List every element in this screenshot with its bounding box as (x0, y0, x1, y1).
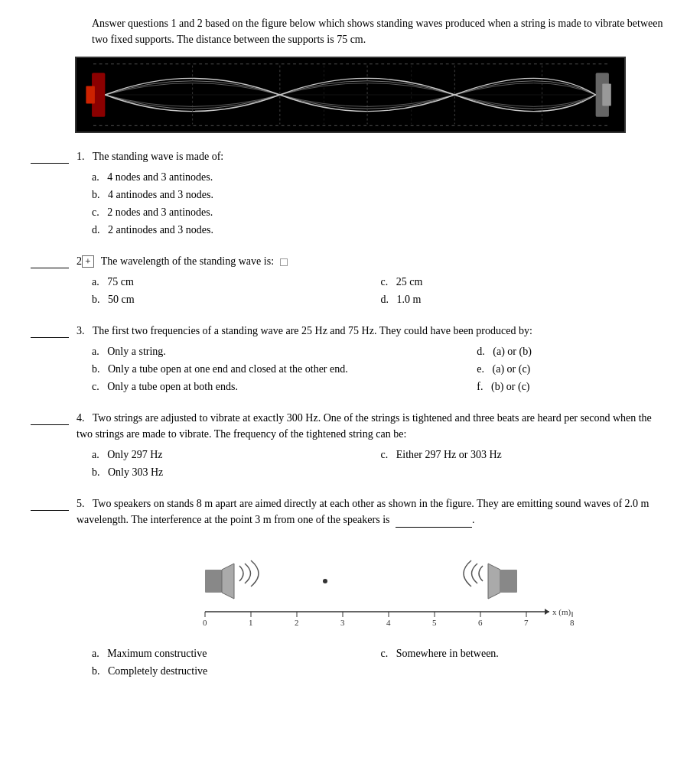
q1-option-a: a. 4 nodes and 3 antinodes. (92, 169, 669, 185)
question-1-text: 1. The standing wave is made of: (77, 148, 669, 164)
q5-blank (396, 527, 472, 528)
q3-option-d: d. (a) or (b) (477, 343, 669, 359)
q4-col-left: a. Only 297 Hz b. Only 303 Hz (92, 447, 381, 482)
q2-option-c: c. 25 cm (381, 274, 670, 290)
q1-option-d: d. 2 antinodes and 3 nodes. (92, 222, 669, 238)
q5-option-b: b. Completely destructive (92, 663, 381, 679)
q3-col-right: d. (a) or (b) e. (a) or (c) f. (b) or (c… (477, 343, 669, 396)
question-1-content: 1. The standing wave is made of: a. 4 no… (77, 148, 669, 239)
q1-option-b: b. 4 antinodes and 3 nodes. (92, 187, 669, 203)
svg-marker-15 (222, 564, 234, 599)
q5-options: a. Maximum constructive b. Completely de… (92, 645, 669, 681)
q5-option-c: c. Somewhere in between. (381, 645, 670, 661)
q5-number: 5. (77, 498, 85, 509)
svg-rect-17 (500, 570, 517, 593)
svg-marker-19 (545, 609, 549, 615)
question-4-content: 4. Two strings are adjusted to vibrate a… (77, 410, 669, 482)
svg-text:7: 7 (524, 618, 529, 627)
question-1: 1. The standing wave is made of: a. 4 no… (31, 148, 669, 239)
answer-line-4 (31, 411, 69, 425)
q3-number: 3. (77, 325, 85, 336)
q3-option-c: c. Only a tube open at both ends. (92, 379, 477, 395)
question-5-content: 5. Two speakers on stands 8 m apart are … (77, 495, 669, 681)
svg-rect-5 (602, 84, 611, 106)
question-2-content: 2+ The wavelength of the standing wave i… (77, 253, 669, 309)
q5-option-a: a. Maximum constructive (92, 645, 381, 661)
answer-line-5 (31, 497, 69, 511)
ci-box: + (82, 255, 94, 268)
q2-number-text: 2+ (77, 255, 96, 267)
q3-options: a. Only a string. b. Only a tube open at… (92, 343, 669, 396)
q3-option-e: e. (a) or (c) (477, 361, 669, 377)
question-2: 2+ The wavelength of the standing wave i… (31, 253, 669, 309)
svg-text:8: 8 (570, 618, 575, 627)
question-2-text: 2+ The wavelength of the standing wave i… (77, 253, 669, 269)
question-4-text: 4. Two strings are adjusted to vibrate a… (77, 410, 669, 442)
q1-number: 1. (77, 151, 85, 162)
q3-col-left: a. Only a string. b. Only a tube open at… (92, 343, 477, 396)
svg-text:3: 3 (340, 618, 345, 627)
q1-option-c: c. 2 nodes and 3 antinodes. (92, 204, 669, 220)
q2-options: a. 75 cm b. 50 cm c. 25 cm d. 1.0 m (92, 274, 669, 309)
svg-text:6: 6 (478, 618, 483, 627)
svg-rect-14 (205, 570, 222, 593)
q1-options: a. 4 nodes and 3 antinodes. b. 4 antinod… (92, 169, 669, 238)
question-5: 5. Two speakers on stands 8 m apart are … (31, 495, 669, 681)
left-speaker (205, 560, 259, 599)
q5-col-right: c. Somewhere in between. (381, 645, 670, 681)
answer-line-1 (31, 150, 69, 164)
svg-text:2: 2 (295, 618, 299, 627)
q2-col-left: a. 75 cm b. 50 cm (92, 274, 381, 309)
intro-text: Answer questions 1 and 2 based on the fi… (92, 15, 669, 47)
svg-text:5: 5 (432, 618, 437, 627)
right-speaker (464, 560, 517, 599)
q4-option-a: a. Only 297 Hz (92, 447, 381, 463)
q4-col-right: c. Either 297 Hz or 303 Hz (381, 447, 670, 482)
q2-col-right: c. 25 cm d. 1.0 m (381, 274, 670, 309)
answer-line-3 (31, 324, 69, 338)
question-4: 4. Two strings are adjusted to vibrate a… (31, 410, 669, 482)
answer-line-2 (31, 255, 69, 268)
svg-text:4: 4 (386, 618, 391, 627)
q4-options: a. Only 297 Hz b. Only 303 Hz c. Either … (92, 447, 669, 482)
point-dot (323, 579, 327, 583)
question-3-content: 3. The first two frequencies of a standi… (77, 323, 669, 396)
question-5-text: 5. Two speakers on stands 8 m apart are … (77, 495, 669, 528)
svg-text:x (m): x (m) (552, 607, 571, 617)
q2-option-b: b. 50 cm (92, 291, 381, 307)
svg-rect-3 (86, 86, 95, 103)
q2-option-a: a. 75 cm (92, 274, 381, 290)
q4-option-c: c. Either 297 Hz or 303 Hz (381, 447, 670, 463)
q2-checkbox (280, 258, 288, 266)
q5-col-left: a. Maximum constructive b. Completely de… (92, 645, 381, 681)
svg-text:1: 1 (249, 618, 253, 627)
q3-option-b: b. Only a tube open at one end and close… (92, 361, 477, 377)
q4-option-b: b. Only 303 Hz (92, 464, 381, 480)
speaker-diagram: x (m) 0 1 2 3 4 5 (144, 535, 603, 638)
q2-option-d: d. 1.0 m (381, 291, 670, 307)
svg-marker-16 (488, 564, 500, 599)
wave-image (75, 57, 626, 133)
svg-text:0: 0 (203, 618, 207, 627)
question-3-text: 3. The first two frequencies of a standi… (77, 323, 669, 339)
q3-option-a: a. Only a string. (92, 343, 477, 359)
q4-number: 4. (77, 412, 85, 424)
q3-option-f: f. (b) or (c) (477, 379, 669, 395)
question-3: 3. The first two frequencies of a standi… (31, 323, 669, 396)
